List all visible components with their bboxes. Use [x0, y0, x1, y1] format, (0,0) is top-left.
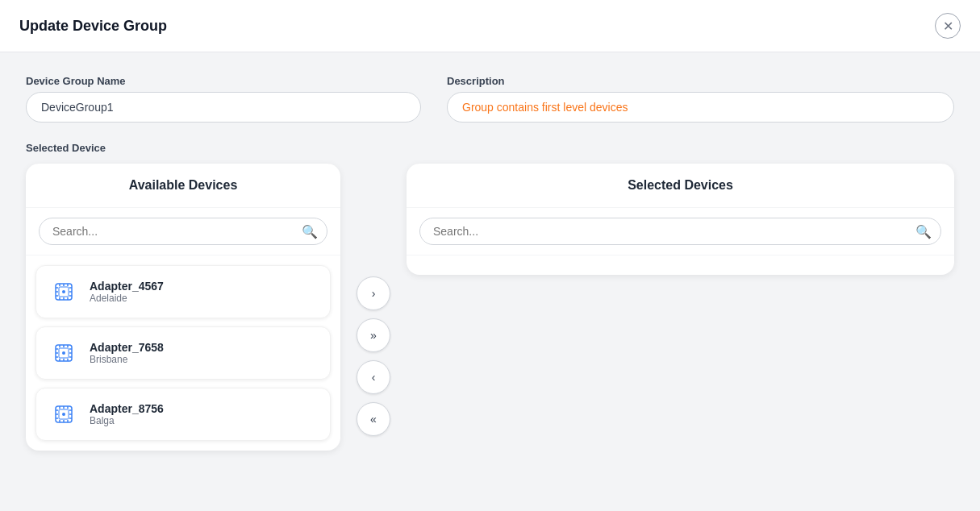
move-left-button[interactable]: ‹: [357, 360, 390, 394]
selected-search-icon[interactable]: 🔍: [915, 224, 932, 239]
available-search-icon[interactable]: 🔍: [302, 224, 318, 239]
device-name: Adapter_8756: [90, 402, 164, 415]
device-name: Adapter_4567: [90, 280, 164, 293]
modal-header: Update Device Group ✕: [0, 0, 980, 52]
available-devices-panel: Available Devices 🔍: [26, 164, 340, 451]
svg-point-44: [62, 413, 65, 416]
device-location: Adelaide: [90, 293, 164, 304]
device-name: Adapter_7658: [90, 341, 164, 354]
modal-title: Update Device Group: [19, 18, 167, 35]
move-all-right-icon: »: [370, 329, 377, 342]
available-search-container: 🔍: [26, 208, 340, 256]
selected-device-label: Selected Device: [26, 142, 954, 154]
move-right-button[interactable]: ›: [357, 276, 390, 310]
device-location: Balga: [90, 415, 164, 426]
selected-panel-title: Selected Devices: [407, 164, 954, 208]
modal-body: Device Group Name Description Selected D…: [0, 52, 980, 473]
list-item[interactable]: Adapter_4567Adelaide: [35, 265, 331, 318]
transfer-area: Available Devices 🔍: [26, 164, 954, 451]
device-group-name-group: Device Group Name: [26, 75, 421, 123]
move-right-icon: ›: [372, 287, 376, 300]
svg-point-29: [62, 351, 65, 355]
chip-icon: [49, 339, 78, 368]
description-group: Description: [447, 75, 954, 123]
close-button[interactable]: ✕: [935, 13, 961, 39]
chip-icon: [49, 277, 78, 306]
move-all-right-button[interactable]: »: [357, 318, 390, 352]
chip-icon: [49, 400, 78, 429]
list-item[interactable]: Adapter_7658Brisbane: [35, 326, 331, 380]
description-label: Description: [447, 75, 954, 87]
available-search-input[interactable]: [39, 218, 327, 245]
device-group-name-label: Device Group Name: [26, 75, 421, 87]
move-all-left-button[interactable]: «: [357, 402, 390, 436]
svg-point-14: [62, 290, 65, 293]
device-location: Brisbane: [90, 354, 164, 365]
selected-search-input[interactable]: [419, 218, 941, 245]
description-input[interactable]: [447, 92, 954, 123]
move-all-left-icon: «: [370, 413, 377, 426]
available-device-list: Adapter_4567Adelaide Adapter_7658Brisban…: [26, 256, 340, 451]
selected-devices-panel: Selected Devices 🔍: [407, 164, 954, 275]
selected-device-list: [407, 256, 954, 275]
list-item[interactable]: Adapter_8756Balga: [35, 388, 331, 441]
device-group-name-input[interactable]: [26, 92, 421, 123]
transfer-buttons-group: › » ‹ «: [340, 276, 407, 436]
selected-search-container: 🔍: [407, 208, 954, 256]
available-panel-title: Available Devices: [26, 164, 340, 208]
close-icon: ✕: [943, 19, 953, 34]
update-device-group-modal: Update Device Group ✕ Device Group Name …: [0, 0, 980, 511]
move-left-icon: ‹: [372, 371, 376, 384]
form-row: Device Group Name Description: [26, 75, 954, 123]
